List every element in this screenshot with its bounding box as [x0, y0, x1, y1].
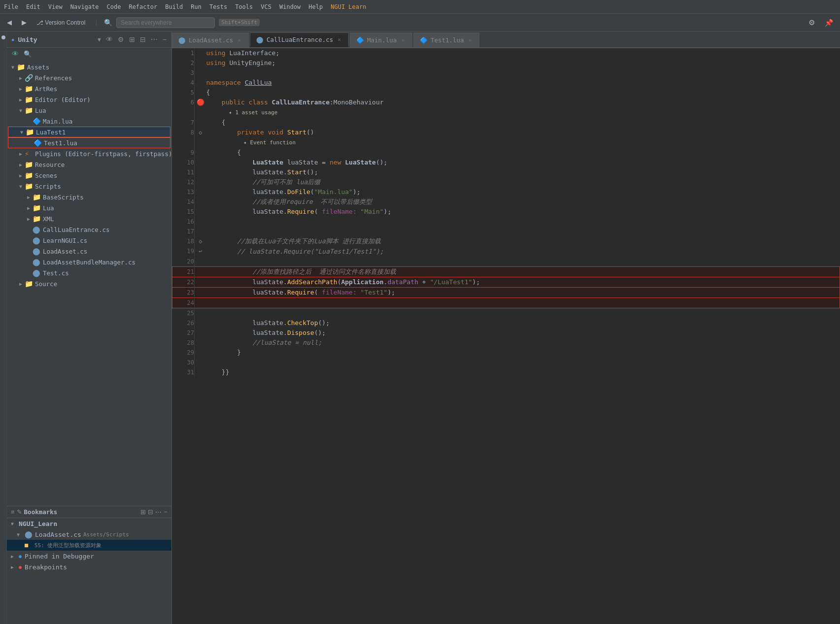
menu-help[interactable]: Help [308, 3, 323, 10]
tree-item-plugins[interactable]: ▶ ⚡ Plugins (Editor-firstpass, firstpass… [7, 148, 171, 159]
sidebar-settings-button[interactable]: ⚙ [117, 34, 125, 44]
tree-item-luatest1[interactable]: ▼ 📁 LuaTest1 [8, 127, 170, 137]
code-content-7[interactable]: { [206, 118, 840, 128]
bookmarks-close-button[interactable]: − [164, 508, 168, 516]
tab-loadasset[interactable]: ⬤ LoadAsset.cs ✕ [172, 33, 249, 47]
forward-button[interactable]: ▶ [19, 17, 30, 28]
tree-item-scripts[interactable]: ▼ 📁 Scripts [7, 181, 171, 192]
tree-item-assets[interactable]: ▼ 📁 Assets [7, 62, 171, 72]
tab-callluaentrance[interactable]: ⬤ CallLuaEntrance.cs ✕ [250, 33, 349, 47]
menu-build[interactable]: Build [165, 3, 183, 10]
back-button[interactable]: ◀ [4, 17, 15, 28]
code-content-27[interactable]: luaState.Dispose(); [206, 328, 840, 338]
menu-window[interactable]: Window [279, 3, 301, 10]
code-content-26[interactable]: luaState.CheckTop(); [206, 318, 840, 328]
bookmarks-expand-button[interactable]: ⊞ [140, 508, 146, 516]
vcs-button[interactable]: ⎇ Version Control [34, 17, 88, 28]
code-content-13[interactable]: luaState.DoFile("Main.lua"); [206, 187, 840, 197]
tree-item-lua-sub[interactable]: ▶ 📁 Lua [7, 202, 171, 213]
code-content-17[interactable] [206, 227, 840, 236]
tree-item-test-cs[interactable]: ⬤ Test.cs [7, 267, 171, 278]
code-content-9[interactable]: { [206, 148, 840, 158]
bookmarks-more-button[interactable]: ⋯ [155, 508, 162, 516]
code-content-18[interactable]: //加载在Lua子文件夹下的Lua脚本 进行直接加载 [206, 236, 840, 246]
code-content-25[interactable] [206, 308, 840, 319]
tree-item-xml[interactable]: ▶ 📁 XML [7, 213, 171, 224]
tree-item-main-lua[interactable]: 🔷 Main.lua [7, 116, 171, 127]
code-content-4[interactable]: namespace CallLua [206, 78, 840, 88]
code-content-8[interactable]: private void Start() ✦ Event function [206, 128, 840, 148]
tree-item-artres[interactable]: ▶ 📁 ArtRes [7, 83, 171, 94]
tree-item-loadassetbundlemanager[interactable]: ⬤ LoadAssetBundleManager.cs [7, 257, 171, 267]
tree-item-resource[interactable]: ▶ 📁 Resource [7, 159, 171, 170]
sidebar-close-button[interactable]: − [162, 34, 168, 44]
menu-refactor[interactable]: Refactor [129, 3, 157, 10]
gutter-arrow-19[interactable]: ↩ [199, 248, 202, 255]
sidebar-more-button[interactable]: ⋯ [150, 34, 159, 44]
tree-item-source[interactable]: ▶ 📁 Source [7, 278, 171, 289]
code-content-5[interactable]: { [206, 88, 840, 98]
menu-nguilearn[interactable]: NGUI Learn [331, 3, 366, 10]
bookmarks-edit-icon[interactable]: ✎ [17, 508, 22, 516]
code-content-16[interactable] [206, 217, 840, 227]
code-area[interactable]: 1 using LuaInterface; 2 using UnityEngin… [172, 48, 840, 624]
code-content-21[interactable]: //添加查找路径之后 通过访问文件名称直接加载 [206, 267, 840, 277]
bookmark-breakpoints[interactable]: ▶ ● Breakpoints [7, 561, 171, 572]
menu-tests[interactable]: Tests [209, 3, 227, 10]
menu-vcs[interactable]: VCS [261, 3, 271, 10]
code-content-29[interactable]: } [206, 348, 840, 358]
menu-tools[interactable]: Tools [235, 3, 253, 10]
tree-item-lua[interactable]: ▼ 📁 Lua [7, 105, 171, 116]
code-content-2[interactable]: using UnityEngine; [206, 58, 840, 68]
sidebar-eye-button[interactable]: 👁 [105, 34, 114, 44]
bookmark-ngui-learn[interactable]: ▼ NGUI_Learn [7, 518, 171, 529]
menu-code[interactable]: Code [107, 3, 121, 10]
sidebar-expand-button[interactable]: ⊞ [128, 34, 136, 44]
explorer-eye-button[interactable]: 👁 [10, 49, 21, 59]
tab-close-test1-lua[interactable]: ✕ [467, 36, 473, 44]
code-content-12[interactable]: //可加可不加 lua后缀 [206, 177, 840, 187]
code-content-14[interactable]: //或者使用require 不可以带后缀类型 [206, 197, 840, 207]
code-content-20[interactable] [206, 257, 840, 267]
pin-button[interactable]: 📌 [822, 17, 836, 29]
code-content-19[interactable]: // luaState.Require("LuaTest1/Test1"); [206, 246, 840, 257]
sidebar-collapse-button[interactable]: ⊟ [139, 34, 147, 44]
tree-item-basescripts[interactable]: ▶ 📁 BaseScripts [7, 192, 171, 202]
code-content-24[interactable] [206, 298, 840, 308]
tab-close-main-lua[interactable]: ✕ [400, 36, 406, 44]
tab-close-loadasset[interactable]: ✕ [236, 36, 242, 44]
tree-item-scenes[interactable]: ▶ 📁 Scenes [7, 170, 171, 181]
bookmark-line55[interactable]: ■ 55: 使用泛型加载资源对象 [7, 540, 171, 551]
search-everywhere-input[interactable] [116, 17, 215, 28]
menu-view[interactable]: View [48, 3, 63, 10]
bookmarks-collapse-button[interactable]: ⊟ [148, 508, 153, 516]
tree-item-references[interactable]: ▶ 🔗 References [7, 72, 171, 83]
settings-button[interactable]: ⚙ [806, 16, 818, 29]
menu-run[interactable]: Run [191, 3, 202, 10]
menu-edit[interactable]: Edit [26, 3, 40, 10]
bookmark-pinned-debugger[interactable]: ▶ ● Pinned in Debugger [7, 551, 171, 561]
tree-item-learnngui[interactable]: ⬤ LearnNGUI.cs [7, 235, 171, 246]
code-content-3[interactable] [206, 68, 840, 78]
strip-dot-explorer[interactable] [1, 35, 5, 39]
code-content-31[interactable]: }} [206, 367, 840, 377]
code-content-11[interactable]: luaState.Start(); [206, 167, 840, 177]
tree-item-loadasset[interactable]: ⬤ LoadAsset.cs [7, 246, 171, 257]
code-content-10[interactable]: LuaState luaState = new LuaState(); [206, 158, 840, 167]
sidebar-dropdown-button[interactable]: ▾ [97, 34, 102, 44]
tree-item-test1-lua[interactable]: 🔷 Test1.lua [8, 137, 170, 148]
code-content-22[interactable]: luaState.AddSearchPath(Application.dataP… [206, 277, 840, 288]
code-content-15[interactable]: luaState.Require( fileName: "Main"); [206, 207, 840, 217]
menu-navigate[interactable]: Navigate [70, 3, 99, 10]
tree-item-editor[interactable]: ▶ 📁 Editor (Editor) [7, 94, 171, 105]
tree-item-callluaentrance[interactable]: ⬤ CallLuaEntrance.cs [7, 224, 171, 235]
tab-test1-lua[interactable]: 🔷 Test1.lua ✕ [413, 33, 479, 47]
bookmarks-list-icon[interactable]: ≡ [11, 508, 15, 516]
explorer-search-button[interactable]: 🔍 [22, 49, 34, 59]
code-content-28[interactable]: //luaState = null; [206, 338, 840, 348]
menu-file[interactable]: File [4, 3, 18, 10]
tab-main-lua[interactable]: 🔷 Main.lua ✕ [350, 33, 412, 47]
tab-close-callluaentrance[interactable]: ✕ [336, 36, 342, 43]
code-content-6[interactable]: public class CallLuaEntrance:MonoBehavio… [206, 98, 840, 118]
code-content-23[interactable]: luaState.Require( fileName: "Test1"); [206, 288, 840, 298]
